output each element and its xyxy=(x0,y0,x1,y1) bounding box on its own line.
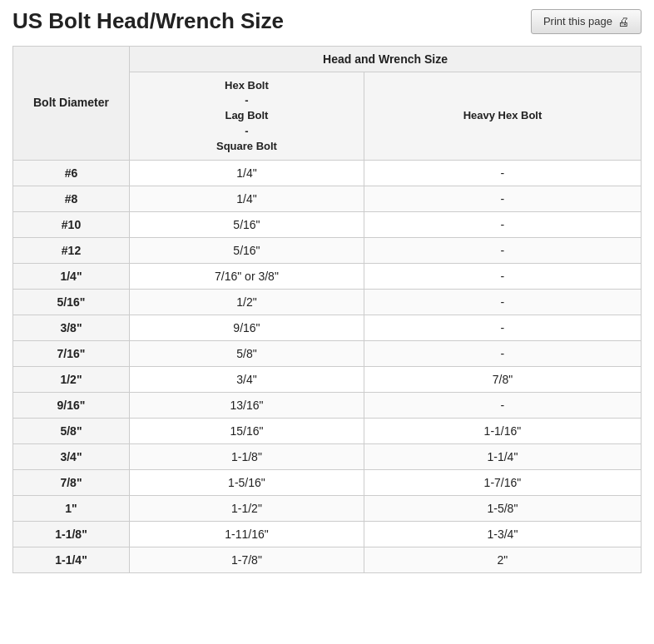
table-row: 3/4"1-1/8"1-1/4" xyxy=(13,443,642,469)
table-row: 5/8"15/16"1-1/16" xyxy=(13,418,642,443)
cell-diameter: #6 xyxy=(13,160,130,186)
col-bolt-diameter-header: Bolt Diameter xyxy=(13,47,130,161)
cell-hex-bolt: 1/4" xyxy=(130,186,364,211)
table-row: 1-1/4"1-7/8"2" xyxy=(13,547,642,572)
cell-diameter: 9/16" xyxy=(13,392,130,418)
print-label: Print this page xyxy=(543,15,612,27)
page-title: US Bolt Head/Wrench Size xyxy=(12,8,284,34)
page-header: US Bolt Head/Wrench Size Print this page xyxy=(12,8,642,34)
header-row-main: Bolt Diameter Head and Wrench Size xyxy=(13,47,642,72)
cell-diameter: #8 xyxy=(13,186,130,211)
col-hex-bolt-header: Hex Bolt - Lag Bolt - Square Bolt xyxy=(130,72,364,161)
cell-hex-bolt: 1/2" xyxy=(130,289,364,315)
cell-diameter: 1/4" xyxy=(13,263,130,289)
cell-heavy-hex: 1-5/8" xyxy=(364,495,641,521)
cell-heavy-hex: - xyxy=(364,315,641,340)
cell-diameter: 5/16" xyxy=(13,289,130,315)
table-row: #105/16"- xyxy=(13,211,642,237)
cell-hex-bolt: 1-11/16" xyxy=(130,521,364,547)
cell-heavy-hex: - xyxy=(364,186,641,211)
cell-diameter: 5/8" xyxy=(13,418,130,443)
table-row: 1"1-1/2"1-5/8" xyxy=(13,495,642,521)
cell-heavy-hex: - xyxy=(364,289,641,315)
cell-hex-bolt: 15/16" xyxy=(130,418,364,443)
table-row: 1-1/8"1-11/16"1-3/4" xyxy=(13,521,642,547)
table-row: 7/16"5/8"- xyxy=(13,340,642,366)
col-head-wrench-header: Head and Wrench Size xyxy=(130,47,642,72)
cell-hex-bolt: 5/8" xyxy=(130,340,364,366)
col-heavy-hex-header: Heavy Hex Bolt xyxy=(364,72,641,161)
cell-heavy-hex: - xyxy=(364,211,641,237)
printer-icon xyxy=(617,15,629,28)
cell-hex-bolt: 7/16" or 3/8" xyxy=(130,263,364,289)
table-row: #125/16"- xyxy=(13,237,642,263)
cell-diameter: 1" xyxy=(13,495,130,521)
cell-diameter: #10 xyxy=(13,211,130,237)
table-body: #61/4"-#81/4"-#105/16"-#125/16"-1/4"7/16… xyxy=(13,160,642,572)
cell-hex-bolt: 13/16" xyxy=(130,392,364,418)
cell-diameter: 3/4" xyxy=(13,443,130,469)
cell-hex-bolt: 1/4" xyxy=(130,160,364,186)
cell-heavy-hex: 1-1/4" xyxy=(364,443,641,469)
cell-heavy-hex: 7/8" xyxy=(364,366,641,392)
cell-heavy-hex: - xyxy=(364,340,641,366)
cell-diameter: 7/16" xyxy=(13,340,130,366)
table-row: 5/16"1/2"- xyxy=(13,289,642,315)
cell-hex-bolt: 5/16" xyxy=(130,237,364,263)
table-row: 1/2"3/4"7/8" xyxy=(13,366,642,392)
table-row: #81/4"- xyxy=(13,186,642,211)
cell-hex-bolt: 1-1/8" xyxy=(130,443,364,469)
print-button[interactable]: Print this page xyxy=(531,9,642,34)
cell-diameter: 1-1/8" xyxy=(13,521,130,547)
bolt-size-table: Bolt Diameter Head and Wrench Size Hex B… xyxy=(12,46,642,573)
cell-hex-bolt: 9/16" xyxy=(130,315,364,340)
cell-hex-bolt: 1-5/16" xyxy=(130,469,364,495)
cell-heavy-hex: - xyxy=(364,392,641,418)
cell-heavy-hex: - xyxy=(364,237,641,263)
cell-diameter: 7/8" xyxy=(13,469,130,495)
cell-diameter: 3/8" xyxy=(13,315,130,340)
cell-heavy-hex: 1-3/4" xyxy=(364,521,641,547)
cell-hex-bolt: 1-7/8" xyxy=(130,547,364,572)
table-row: 9/16"13/16"- xyxy=(13,392,642,418)
cell-diameter: 1/2" xyxy=(13,366,130,392)
table-row: 7/8"1-5/16"1-7/16" xyxy=(13,469,642,495)
cell-hex-bolt: 3/4" xyxy=(130,366,364,392)
cell-heavy-hex: 1-1/16" xyxy=(364,418,641,443)
cell-heavy-hex: - xyxy=(364,160,641,186)
cell-heavy-hex: 1-7/16" xyxy=(364,469,641,495)
cell-heavy-hex: - xyxy=(364,263,641,289)
table-row: 3/8"9/16"- xyxy=(13,315,642,340)
table-row: 1/4"7/16" or 3/8"- xyxy=(13,263,642,289)
table-row: #61/4"- xyxy=(13,160,642,186)
cell-diameter: #12 xyxy=(13,237,130,263)
cell-hex-bolt: 1-1/2" xyxy=(130,495,364,521)
cell-hex-bolt: 5/16" xyxy=(130,211,364,237)
cell-heavy-hex: 2" xyxy=(364,547,641,572)
cell-diameter: 1-1/4" xyxy=(13,547,130,572)
